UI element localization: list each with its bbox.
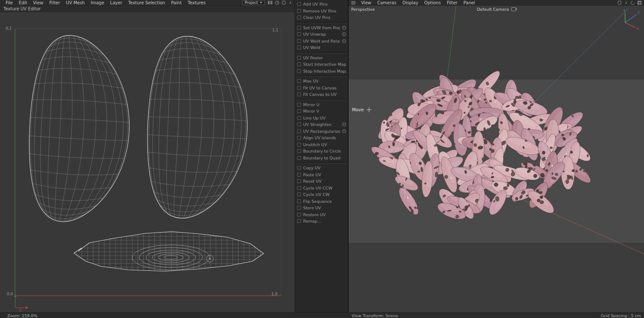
tool-menu-item-label: Paste UV (303, 172, 346, 177)
tool-store-uv[interactable]: Store UV (295, 205, 348, 211)
tool-align-uv-islands[interactable]: Align UV Islands (295, 135, 348, 141)
download-icon[interactable]: ↓ (624, 1, 628, 5)
tool-icon (297, 136, 301, 140)
grid-spacing-label: Grid Spacing : 5 cm (601, 313, 641, 318)
tool-uv-peeler[interactable]: UV Peeler (295, 55, 348, 61)
pan-icon[interactable] (282, 1, 286, 5)
gear-icon[interactable] (342, 32, 346, 36)
tool-restore-uv[interactable]: Restore UV (295, 211, 348, 218)
tool-boundary-to-quad[interactable]: Boundary to Quad (295, 155, 348, 162)
viewport-canvas[interactable]: Perspective Default Camera Move YZX (349, 6, 644, 312)
zoom-level: Zoom: 259.0% (7, 313, 37, 318)
menu-layer[interactable]: Layer (107, 0, 125, 6)
tool-icon (297, 46, 301, 49)
tool-menu-item-label: Fit UV to Canvas (303, 86, 346, 90)
vp-menu-view[interactable]: View (358, 0, 374, 6)
tool-menu-item-label: Restore UV (303, 212, 346, 217)
chart-icon[interactable] (268, 1, 272, 4)
tool-reset-uv[interactable]: Reset UV (295, 178, 348, 185)
pan-icon[interactable] (618, 1, 621, 5)
camera-menu[interactable]: Default Camera (349, 7, 644, 12)
tool-icon (297, 86, 301, 90)
tool-icon (297, 156, 301, 160)
tool-mirror-v[interactable]: Mirror V (295, 108, 348, 115)
vp-menu-panel[interactable]: Panel (460, 0, 478, 6)
tool-line-up-uv[interactable]: Line Up UV (295, 115, 348, 122)
menu-image[interactable]: Image (88, 0, 107, 6)
menu-textures[interactable]: Textures (185, 0, 209, 6)
tool-icon (297, 26, 301, 30)
tool-menu-item-label: UV Unwrap (303, 32, 340, 37)
menu-paint[interactable]: Paint (168, 0, 185, 6)
svg-text:X: X (637, 27, 639, 31)
tool-stop-interactive-mapping[interactable]: Stop Interactive Mapping (295, 68, 348, 75)
menu-view[interactable]: View (30, 0, 46, 6)
menu-file[interactable]: File (3, 0, 16, 6)
gear-icon[interactable] (342, 129, 346, 133)
hamburger-menu-icon[interactable] (351, 1, 355, 4)
tool-uv-unwrap[interactable]: UV Unwrap (295, 31, 348, 38)
clock-icon[interactable] (275, 1, 279, 5)
tool-icon (297, 179, 301, 183)
axis-gizmo: YZX (619, 8, 642, 31)
tool-menu-item-label: Set UVW from Projection (303, 25, 340, 30)
menu-uv-mesh[interactable]: UV Mesh (63, 0, 88, 6)
tool-remap[interactable]: Remap... (295, 218, 348, 225)
tool-set-uvw-from-projection[interactable]: Set UVW from Projection (295, 24, 348, 31)
uv-commands-panel: Add UV PinsRemove UV PinsClear UV PinsSe… (295, 0, 349, 312)
tool-max-uv[interactable]: Max UV (295, 78, 348, 85)
vp-menu-cameras[interactable]: Cameras (374, 0, 399, 6)
tool-fit-uv-to-canvas[interactable]: Fit UV to Canvas (295, 85, 348, 92)
camera-icon (511, 7, 516, 11)
gear-icon[interactable] (342, 26, 346, 30)
tool-mirror-u[interactable]: Mirror U (295, 101, 348, 108)
vp-menu-options[interactable]: Options (421, 0, 444, 6)
gear-icon[interactable] (342, 122, 346, 126)
move-tool-indicator: Move (352, 107, 371, 112)
vp-menu-display[interactable]: Display (399, 0, 421, 6)
tool-add-uv-pins[interactable]: Add UV Pins (295, 1, 348, 8)
tool-remove-uv-pins[interactable]: Remove UV Pins (295, 8, 348, 15)
tool-icon (297, 206, 301, 210)
tool-uv-weld-and-relax[interactable]: UV Weld and Relax (295, 38, 348, 45)
tool-icon (297, 143, 301, 147)
gear-icon[interactable] (342, 39, 346, 43)
tool-menu-item-label: Boundary to Circle (303, 149, 346, 153)
tool-icon (297, 69, 301, 73)
menu-separator (295, 99, 348, 101)
tool-fit-canvas-to-uv[interactable]: Fit Canvas to UV (295, 91, 348, 98)
tool-menu-item-label: UV Straighten (303, 122, 340, 127)
project-dropdown[interactable]: Project (242, 0, 265, 5)
tool-uv-weld[interactable]: UV Weld (295, 44, 348, 51)
layout-grid-icon[interactable] (638, 1, 641, 5)
tool-menu-item-label: Store UV (303, 205, 346, 210)
vp-menu-filter[interactable]: Filter (444, 0, 461, 6)
tool-uv-rectangularize[interactable]: UV Rectangularize (295, 128, 348, 135)
tool-copy-uv[interactable]: Copy UV (295, 165, 348, 171)
tool-start-interactive-mapping[interactable]: Start Interactive Mapping (295, 61, 348, 68)
tool-menu-item-label: UV Weld and Relax (303, 39, 340, 43)
tool-cycle-uv-ccw[interactable]: Cycle UV CCW (295, 185, 348, 192)
tool-paste-uv[interactable]: Paste UV (295, 171, 348, 178)
tool-cycle-uv-cw[interactable]: Cycle UV CW (295, 191, 348, 198)
menu-texture-selection[interactable]: Texture Selection (125, 0, 168, 6)
menu-separator (295, 22, 348, 24)
tool-flip-sequence[interactable]: Flip Sequence (295, 198, 348, 205)
tool-menu-item-label: UV Peeler (303, 55, 346, 60)
uv-canvas[interactable]: U 0,1 1,1 0,0 1,0 (0, 12, 295, 312)
menu-separator (295, 75, 348, 77)
menu-separator (295, 52, 348, 54)
tool-icon (297, 15, 301, 19)
svg-text:U: U (19, 308, 22, 312)
download-icon[interactable]: ↓ (289, 1, 292, 5)
viewport-menubar: ViewCamerasDisplayOptionsFilterPanel ↓ (349, 0, 644, 6)
tool-clear-uv-pins[interactable]: Clear UV Pins (295, 14, 348, 21)
tool-menu-item-label: Copy UV (303, 165, 346, 170)
history-icon[interactable] (630, 0, 635, 5)
menu-filter[interactable]: Filter (46, 0, 63, 6)
tool-uv-straighten[interactable]: UV Straighten (295, 121, 348, 128)
menu-edit[interactable]: Edit (16, 0, 30, 6)
tool-boundary-to-circle[interactable]: Boundary to Circle (295, 148, 348, 155)
tool-unstitch-uv[interactable]: Unstitch UV (295, 141, 348, 148)
tool-menu-item-label: Reset UV (303, 179, 346, 183)
